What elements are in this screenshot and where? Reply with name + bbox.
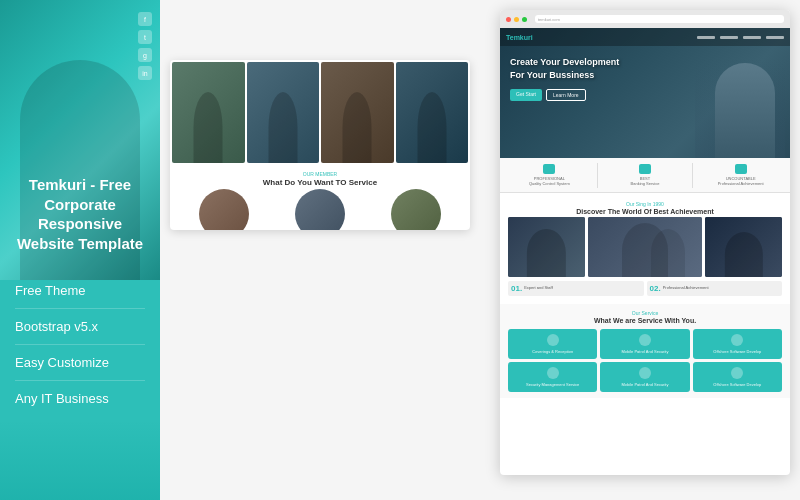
feature-bootstrap: Bootstrap v5.x (15, 309, 145, 345)
service-card-1: Coverings & Reception (508, 329, 597, 359)
photo-3 (321, 62, 394, 163)
stat-sublabel-2: Banking Service (631, 181, 660, 186)
preview-cards-left: OUR MEMBER What Do You Want TO Service E… (170, 60, 480, 470)
photos-card: OUR MEMBER What Do You Want TO Service E… (170, 60, 470, 230)
feature-free-theme: Free Theme (15, 273, 145, 309)
browser-dot-red (506, 17, 511, 22)
stat-icon-3 (735, 164, 747, 174)
member-title: What Do You Want TO Service (178, 178, 462, 187)
service-grid: Coverings & Reception Mobile Patrol And … (508, 329, 782, 392)
nav-link-2 (720, 36, 738, 39)
nav-link-4 (766, 36, 784, 39)
member-card-3: ANDERSON Member (371, 189, 462, 230)
service-label-1: Coverings & Reception (511, 349, 594, 354)
section1-eyebrow: Our Sing In 1990 (508, 201, 782, 207)
address-bar: temkuri.com (535, 15, 784, 23)
service-label-5: Mobile Patrol And Security (603, 382, 686, 387)
right-panel: OUR MEMBER What Do You Want TO Service E… (160, 0, 800, 500)
member-card-1: EDWARD RATH Author (178, 189, 269, 230)
hero-person-image (695, 58, 785, 158)
member-photo-1 (199, 189, 249, 230)
photo-4 (396, 62, 469, 163)
stat-icon-2 (639, 164, 651, 174)
service-icon-4 (547, 367, 559, 379)
service-card-4: Security Management Service (508, 362, 597, 392)
achievement-img-1 (508, 217, 585, 277)
member-eyebrow: OUR MEMBER (178, 171, 462, 177)
social-icons-group: f t g in (138, 12, 152, 80)
hero-title-line2: For Your Bussiness (510, 69, 619, 82)
stat-divider-1 (597, 163, 598, 188)
service-label-2: Mobile Patrol And Security (603, 349, 686, 354)
feature-list: Free Theme Bootstrap v5.x Easy Customize… (15, 273, 145, 416)
badge-2: 02. Professional Achievement (647, 281, 783, 296)
main-title: Temkuri - Free Corporate Responsive Webs… (15, 175, 145, 253)
stat-sublabel-1: Quality Control System (529, 181, 570, 186)
badge-text-1: Expert and Staff (524, 286, 553, 291)
stat-icon-1 (543, 164, 555, 174)
twitter-icon[interactable]: t (138, 30, 152, 44)
member-section: OUR MEMBER What Do You Want TO Service E… (170, 165, 470, 230)
service-card-2: Mobile Patrol And Security (600, 329, 689, 359)
member-photo-2 (295, 189, 345, 230)
photo-2 (247, 62, 320, 163)
browser-bar: temkuri.com (500, 10, 790, 28)
badge-text-2: Professional Achievement (663, 286, 709, 291)
badge-num-1: 01. (511, 284, 522, 293)
service-title: What We are Service With You. (508, 317, 782, 324)
achievement-section: Our Sing In 1990 Discover The World Of B… (500, 193, 790, 304)
nav-bar: Temkuri (500, 28, 790, 46)
badge-1: 01. Expert and Staff (508, 281, 644, 296)
service-label-6: Offshore Software Develop (696, 382, 779, 387)
left-panel: f t g in Temkuri - Free Corporate Respon… (0, 0, 160, 500)
stat-sublabel-3: Professional Achievement (718, 181, 764, 186)
stat-3: UNCOUNTABLE Professional Achievement (699, 164, 782, 186)
section2-eyebrow: Our Service (508, 310, 782, 316)
achievement-img-2 (588, 217, 703, 277)
stats-bar: PROFESSIONAL Quality Control System BEST… (500, 158, 790, 193)
browser-dot-yellow (514, 17, 519, 22)
service-icon-2 (639, 334, 651, 346)
service-card-6: Offshore Software Develop (693, 362, 782, 392)
service-icon-3 (731, 334, 743, 346)
linkedin-icon[interactable]: in (138, 66, 152, 80)
stat-1: PROFESSIONAL Quality Control System (508, 164, 591, 186)
achievement-badges: 01. Expert and Staff 02. Professional Ac… (508, 281, 782, 296)
nav-links (697, 36, 784, 39)
section1-title: Discover The World Of Best Achievement (508, 208, 782, 215)
hero-section: Temkuri Create Your Development For Your… (500, 28, 790, 158)
badge-num-2: 02. (650, 284, 661, 293)
hero-btn-secondary[interactable]: Learn More (546, 89, 586, 101)
photo-strip (170, 60, 470, 165)
service-card-5: Mobile Patrol And Security (600, 362, 689, 392)
member-photo-3 (391, 189, 441, 230)
photo-1 (172, 62, 245, 163)
hero-btn-primary[interactable]: Get Start (510, 89, 542, 101)
hero-text: Create Your Development For Your Bussine… (510, 56, 619, 101)
service-icon-5 (639, 367, 651, 379)
feature-any-it: Any IT Business (15, 381, 145, 416)
achievement-images (508, 217, 782, 277)
browser-dot-green (522, 17, 527, 22)
nav-link-3 (743, 36, 761, 39)
service-icon-6 (731, 367, 743, 379)
service-label-3: Offshore Software Develop (696, 349, 779, 354)
service-section: Our Service What We are Service With You… (500, 304, 790, 398)
left-content: Temkuri - Free Corporate Responsive Webs… (0, 0, 160, 436)
nav-logo: Temkuri (506, 34, 533, 41)
feature-easy-customize: Easy Customize (15, 345, 145, 381)
hero-buttons: Get Start Learn More (510, 89, 619, 101)
facebook-icon[interactable]: f (138, 12, 152, 26)
hero-title-line1: Create Your Development (510, 56, 619, 69)
nav-link-1 (697, 36, 715, 39)
stat-divider-2 (692, 163, 693, 188)
service-icon-1 (547, 334, 559, 346)
service-card-3: Offshore Software Develop (693, 329, 782, 359)
google-icon[interactable]: g (138, 48, 152, 62)
member-card-2: BUREL SMITH Member (274, 189, 365, 230)
achievement-img-3 (705, 217, 782, 277)
member-cards: EDWARD RATH Author BUREL SMITH Member AN… (178, 189, 462, 230)
service-label-4: Security Management Service (511, 382, 594, 387)
stat-2: BEST Banking Service (604, 164, 687, 186)
website-mockup: temkuri.com Temkuri Create Your Developm… (500, 10, 790, 475)
